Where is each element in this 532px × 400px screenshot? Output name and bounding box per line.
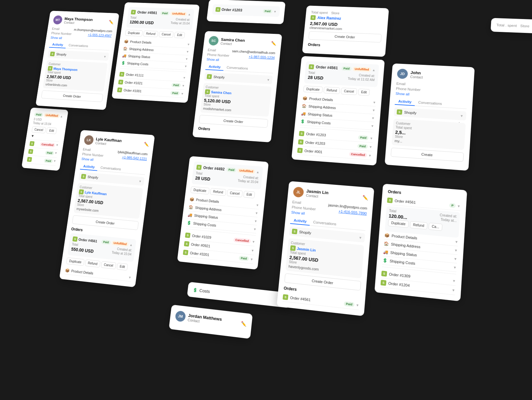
expand-icon[interactable]: ▼ (359, 235, 362, 239)
expand-icon[interactable]: ▼ (369, 145, 373, 149)
collapse-icon[interactable]: ▲ (188, 13, 191, 16)
maya-contact-card: MT Maya Thompson Contact ✏️ Email m.thom… (36, 11, 119, 110)
tab-conversations[interactable]: Conversations (97, 164, 124, 173)
edit-button[interactable]: Edit (174, 32, 185, 38)
duplicate-button[interactable]: Duplicate (66, 257, 85, 266)
tab-conversations[interactable]: Conversations (223, 64, 251, 72)
store-label: Store (331, 11, 340, 15)
create-order-button[interactable]: Create Order (199, 115, 268, 128)
shopify-label: Shopify (404, 110, 416, 115)
duplicate-button[interactable]: Duplicate (303, 85, 323, 93)
section-label: Product Details (130, 40, 152, 45)
edit-button[interactable]: Edit (117, 263, 128, 271)
expand-icon[interactable]: ▼ (368, 154, 372, 157)
expand-icon[interactable]: ▼ (252, 240, 255, 244)
tab-activity[interactable]: Activity (205, 63, 224, 71)
phone-value[interactable]: +1-985-542-1221 (122, 155, 147, 161)
shopify-icon: S (310, 15, 316, 20)
shopify-icon: S (381, 271, 387, 277)
order-name: Order #1001 (123, 88, 142, 93)
order-name: Order #1111 (126, 73, 144, 77)
refund-button[interactable]: Refund (143, 31, 158, 37)
avatar: SC (208, 36, 219, 45)
expand-icon[interactable]: ▼ (56, 143, 59, 147)
duplicate-button[interactable]: Duplicate (190, 186, 210, 195)
phone-value[interactable]: +1-555-123-4567 (88, 33, 112, 37)
expand-icon[interactable]: ▼ (356, 303, 359, 307)
cancel-button[interactable]: Ca... (428, 223, 443, 231)
expand-icon[interactable]: ▲ (129, 243, 133, 247)
shopify-label: Shopify (87, 175, 98, 180)
cards-container: MT Maya Thompson Contact ✏️ Email m.thom… (0, 2, 532, 400)
edit-button[interactable]: Edit (46, 127, 57, 134)
create-order-button[interactable]: Create Order (41, 90, 103, 102)
section-label: Shipping Status (390, 251, 417, 257)
edit-icon[interactable]: ✏️ (362, 195, 368, 201)
expand-icon[interactable]: ▲ (60, 115, 63, 118)
refund-button[interactable]: Refund (323, 87, 340, 94)
cancelled-badge: Cancelled (233, 237, 251, 244)
refund-button[interactable]: Refund (210, 188, 226, 196)
order-right: Paid ▼ (239, 255, 253, 262)
shopify-label: Shopify (299, 230, 311, 235)
section-left: 💲 Shipping Costs (187, 220, 217, 227)
expand-icon[interactable]: ▼ (273, 10, 277, 13)
tab-conversations[interactable]: Conversations (66, 42, 91, 50)
tab-activity[interactable]: Activity (290, 217, 310, 226)
expand-icon[interactable]: ▼ (370, 136, 373, 140)
collapse-icon[interactable]: ▲ (256, 170, 260, 174)
refund-button[interactable]: Refund (85, 259, 101, 267)
edit-button[interactable]: Edit (358, 89, 370, 96)
tab-activity[interactable]: Activity (395, 98, 415, 106)
expand-icon[interactable]: ▼ (452, 288, 455, 292)
edit-icon[interactable]: ✏️ (108, 20, 114, 25)
expand-icon[interactable]: ▼ (250, 257, 253, 261)
order-left: S Order #1029 (185, 233, 211, 240)
duplicate-button[interactable]: Duplicate (388, 219, 409, 228)
shopify-icon: S (119, 72, 124, 77)
cancel-button[interactable]: Cancel (227, 189, 243, 197)
cancel-button[interactable]: Cancel (101, 261, 116, 269)
tab-activity[interactable]: Activity (80, 163, 98, 171)
customer-box: Customer S Jasmin Lin Total spent 2,567.… (285, 238, 364, 278)
section-label: Shipping Costs (390, 259, 415, 265)
cancel-button[interactable]: Cancel (159, 31, 174, 38)
edit-icon[interactable]: ✏️ (271, 41, 277, 46)
tab-conversations[interactable]: Conversations (310, 218, 340, 228)
expand-icon[interactable]: ▼ (138, 179, 142, 183)
expand-icon[interactable]: ▼ (54, 151, 58, 155)
order-name: Order #4492 (203, 165, 225, 172)
expand-icon[interactable]: ▼ (103, 55, 107, 58)
tab-activity[interactable]: Activity (49, 41, 66, 48)
expand-icon[interactable]: ▼ (53, 159, 56, 164)
expand-icon[interactable]: ▼ (182, 84, 185, 87)
cancel-button[interactable]: Cancel (32, 126, 46, 133)
edit-icon[interactable]: ✏️ (240, 321, 247, 327)
expand-icon[interactable]: ▼ (183, 76, 186, 79)
edit-button[interactable]: Edit (243, 191, 255, 198)
collapse-icon[interactable]: ▲ (372, 68, 376, 72)
phone-label: Phone Number (82, 152, 104, 157)
phone-value[interactable]: +1-987-555-1234 (249, 55, 275, 60)
expand-icon[interactable]: ▼ (251, 248, 254, 252)
card-header: JM Jordan Matthews Contact ✏️ (175, 310, 247, 329)
expand-icon[interactable]: ▼ (267, 78, 270, 82)
avatar: MT (53, 15, 63, 25)
shopify-icon: S (297, 148, 303, 153)
box-icon: 📦 (124, 39, 129, 44)
order-right: Paid ▼ (263, 9, 277, 14)
tab-conversations[interactable]: Conversations (414, 99, 445, 108)
create-order-button[interactable]: Create (391, 148, 464, 162)
cancel-button[interactable]: Cancel (341, 88, 357, 95)
expand-icon[interactable]: ▼ (457, 204, 460, 208)
refund-button[interactable]: Refund (410, 221, 427, 230)
order-card-expanded: S Order #4492 Paid Unfulfilled ▲ TotalCr… (191, 161, 263, 190)
create-order-button[interactable]: Create Order (308, 31, 382, 43)
expand-icon[interactable]: ▼ (181, 92, 184, 95)
expand-icon[interactable]: ▼ (452, 279, 456, 283)
section-label: Shipping Costs (307, 120, 331, 125)
created-label: Created at: (176, 18, 190, 21)
expand-icon[interactable]: ▼ (460, 114, 464, 118)
duplicate-button[interactable]: Duplicate (125, 30, 143, 36)
edit-icon[interactable]: ✏️ (144, 142, 149, 147)
